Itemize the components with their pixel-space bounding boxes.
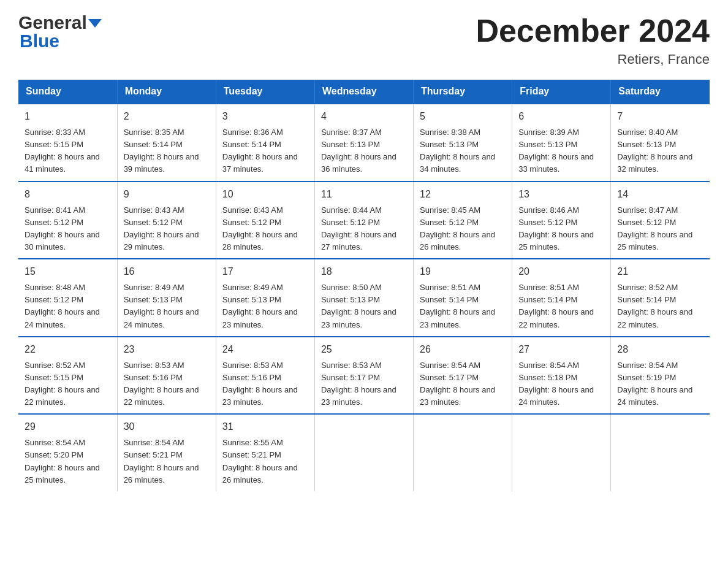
day-number: 23 (124, 342, 210, 357)
calendar-cell (512, 414, 611, 491)
day-info: Sunrise: 8:38 AMSunset: 5:13 PMDaylight:… (420, 126, 506, 176)
page-header: General Blue December 2024 Retiers, Fran… (18, 12, 710, 67)
calendar-cell: 26Sunrise: 8:54 AMSunset: 5:17 PMDayligh… (414, 337, 512, 415)
day-info: Sunrise: 8:51 AMSunset: 5:14 PMDaylight:… (518, 282, 604, 331)
day-number: 24 (222, 342, 308, 357)
calendar-cell: 13Sunrise: 8:46 AMSunset: 5:12 PMDayligh… (512, 182, 611, 259)
calendar-cell: 11Sunrise: 8:44 AMSunset: 5:12 PMDayligh… (314, 182, 413, 259)
logo-blue-text: Blue (18, 31, 59, 52)
day-info: Sunrise: 8:43 AMSunset: 5:12 PMDaylight:… (222, 204, 308, 254)
day-info: Sunrise: 8:53 AMSunset: 5:17 PMDaylight:… (321, 359, 407, 409)
day-info: Sunrise: 8:50 AMSunset: 5:13 PMDaylight:… (321, 282, 407, 331)
calendar-cell: 30Sunrise: 8:54 AMSunset: 5:21 PMDayligh… (117, 414, 216, 491)
day-number: 30 (124, 419, 210, 434)
header-cell-wednesday: Wednesday (314, 80, 413, 104)
calendar-cell: 21Sunrise: 8:52 AMSunset: 5:14 PMDayligh… (611, 259, 710, 337)
calendar-cell: 27Sunrise: 8:54 AMSunset: 5:18 PMDayligh… (512, 337, 611, 415)
calendar-cell: 12Sunrise: 8:45 AMSunset: 5:12 PMDayligh… (414, 182, 512, 259)
day-number: 8 (25, 187, 111, 202)
calendar-cell: 14Sunrise: 8:47 AMSunset: 5:12 PMDayligh… (611, 182, 710, 259)
week-row-4: 22Sunrise: 8:52 AMSunset: 5:15 PMDayligh… (18, 337, 710, 415)
day-number: 27 (518, 342, 604, 357)
calendar-cell: 18Sunrise: 8:50 AMSunset: 5:13 PMDayligh… (314, 259, 413, 337)
calendar-cell: 10Sunrise: 8:43 AMSunset: 5:12 PMDayligh… (216, 182, 314, 259)
day-info: Sunrise: 8:54 AMSunset: 5:18 PMDaylight:… (518, 359, 604, 409)
day-number: 6 (518, 109, 604, 124)
calendar-cell: 7Sunrise: 8:40 AMSunset: 5:13 PMDaylight… (611, 104, 710, 182)
calendar-cell: 6Sunrise: 8:39 AMSunset: 5:13 PMDaylight… (512, 104, 611, 182)
logo-general-text: General (18, 12, 87, 33)
day-info: Sunrise: 8:35 AMSunset: 5:14 PMDaylight:… (124, 126, 210, 176)
day-info: Sunrise: 8:53 AMSunset: 5:16 PMDaylight:… (124, 359, 210, 409)
day-info: Sunrise: 8:54 AMSunset: 5:17 PMDaylight:… (420, 359, 506, 409)
calendar-cell: 29Sunrise: 8:54 AMSunset: 5:20 PMDayligh… (18, 414, 117, 491)
header-cell-monday: Monday (117, 80, 216, 104)
day-info: Sunrise: 8:40 AMSunset: 5:13 PMDaylight:… (617, 126, 703, 176)
calendar-cell: 25Sunrise: 8:53 AMSunset: 5:17 PMDayligh… (314, 337, 413, 415)
day-number: 7 (617, 109, 703, 124)
calendar-cell (314, 414, 413, 491)
day-number: 3 (222, 109, 308, 124)
day-number: 11 (321, 187, 407, 202)
calendar-cell: 17Sunrise: 8:49 AMSunset: 5:13 PMDayligh… (216, 259, 314, 337)
day-number: 14 (617, 187, 703, 202)
calendar-cell: 8Sunrise: 8:41 AMSunset: 5:12 PMDaylight… (18, 182, 117, 259)
week-row-2: 8Sunrise: 8:41 AMSunset: 5:12 PMDaylight… (18, 182, 710, 259)
day-info: Sunrise: 8:54 AMSunset: 5:21 PMDaylight:… (124, 437, 210, 486)
calendar-cell: 20Sunrise: 8:51 AMSunset: 5:14 PMDayligh… (512, 259, 611, 337)
day-info: Sunrise: 8:41 AMSunset: 5:12 PMDaylight:… (25, 204, 111, 254)
calendar-cell: 23Sunrise: 8:53 AMSunset: 5:16 PMDayligh… (117, 337, 216, 415)
day-number: 31 (222, 419, 308, 434)
day-number: 13 (518, 187, 604, 202)
day-info: Sunrise: 8:36 AMSunset: 5:14 PMDaylight:… (222, 126, 308, 176)
day-info: Sunrise: 8:52 AMSunset: 5:14 PMDaylight:… (617, 282, 703, 331)
day-info: Sunrise: 8:44 AMSunset: 5:12 PMDaylight:… (321, 204, 407, 254)
day-info: Sunrise: 8:45 AMSunset: 5:12 PMDaylight:… (420, 204, 506, 254)
day-number: 4 (321, 109, 407, 124)
logo-triangle-icon (88, 19, 102, 28)
day-info: Sunrise: 8:46 AMSunset: 5:12 PMDaylight:… (518, 204, 604, 254)
header-cell-friday: Friday (512, 80, 611, 104)
day-info: Sunrise: 8:48 AMSunset: 5:12 PMDaylight:… (25, 282, 111, 331)
day-info: Sunrise: 8:37 AMSunset: 5:13 PMDaylight:… (321, 126, 407, 176)
calendar-cell: 9Sunrise: 8:43 AMSunset: 5:12 PMDaylight… (117, 182, 216, 259)
calendar-header: SundayMondayTuesdayWednesdayThursdayFrid… (18, 80, 710, 104)
header-cell-tuesday: Tuesday (216, 80, 314, 104)
day-info: Sunrise: 8:55 AMSunset: 5:21 PMDaylight:… (222, 437, 308, 486)
day-number: 12 (420, 187, 506, 202)
day-info: Sunrise: 8:52 AMSunset: 5:15 PMDaylight:… (25, 359, 111, 409)
day-number: 29 (25, 419, 111, 434)
header-row: SundayMondayTuesdayWednesdayThursdayFrid… (18, 80, 710, 104)
calendar-cell (414, 414, 512, 491)
title-block: December 2024 Retiers, France (476, 12, 710, 67)
day-info: Sunrise: 8:33 AMSunset: 5:15 PMDaylight:… (25, 126, 111, 176)
day-number: 1 (25, 109, 111, 124)
calendar-cell: 4Sunrise: 8:37 AMSunset: 5:13 PMDaylight… (314, 104, 413, 182)
logo: General Blue (18, 12, 102, 52)
day-number: 16 (124, 264, 210, 279)
week-row-1: 1Sunrise: 8:33 AMSunset: 5:15 PMDaylight… (18, 104, 710, 182)
week-row-3: 15Sunrise: 8:48 AMSunset: 5:12 PMDayligh… (18, 259, 710, 337)
calendar-cell: 3Sunrise: 8:36 AMSunset: 5:14 PMDaylight… (216, 104, 314, 182)
day-number: 18 (321, 264, 407, 279)
header-cell-sunday: Sunday (18, 80, 117, 104)
day-number: 9 (124, 187, 210, 202)
day-info: Sunrise: 8:49 AMSunset: 5:13 PMDaylight:… (124, 282, 210, 331)
calendar-cell: 22Sunrise: 8:52 AMSunset: 5:15 PMDayligh… (18, 337, 117, 415)
day-info: Sunrise: 8:43 AMSunset: 5:12 PMDaylight:… (124, 204, 210, 254)
day-number: 28 (617, 342, 703, 357)
day-number: 2 (124, 109, 210, 124)
day-number: 19 (420, 264, 506, 279)
calendar-cell: 5Sunrise: 8:38 AMSunset: 5:13 PMDaylight… (414, 104, 512, 182)
page-title: December 2024 (476, 12, 710, 49)
day-number: 17 (222, 264, 308, 279)
calendar-cell: 31Sunrise: 8:55 AMSunset: 5:21 PMDayligh… (216, 414, 314, 491)
day-info: Sunrise: 8:39 AMSunset: 5:13 PMDaylight:… (518, 126, 604, 176)
day-info: Sunrise: 8:53 AMSunset: 5:16 PMDaylight:… (222, 359, 308, 409)
day-number: 10 (222, 187, 308, 202)
day-number: 20 (518, 264, 604, 279)
calendar-cell: 28Sunrise: 8:54 AMSunset: 5:19 PMDayligh… (611, 337, 710, 415)
day-number: 25 (321, 342, 407, 357)
calendar-cell: 16Sunrise: 8:49 AMSunset: 5:13 PMDayligh… (117, 259, 216, 337)
calendar-table: SundayMondayTuesdayWednesdayThursdayFrid… (18, 80, 710, 491)
